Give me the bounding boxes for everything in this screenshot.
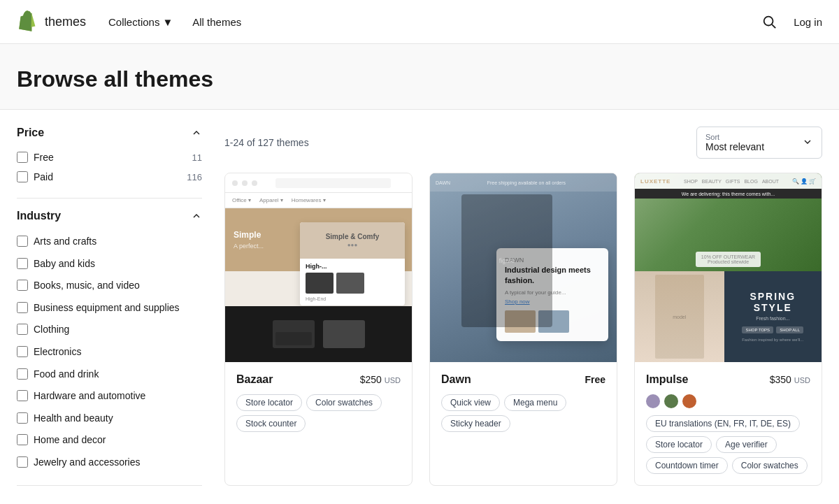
filter-free-label[interactable]: Free: [17, 152, 54, 163]
industry-jewelry-label[interactable]: Jewelry and accessories: [34, 456, 141, 470]
industry-hardware-checkbox[interactable]: [17, 390, 28, 401]
sort-label: Sort: [705, 133, 764, 141]
dawn-tag-sticky-header[interactable]: Sticky header: [441, 415, 510, 432]
shopify-logo-icon: [17, 10, 39, 33]
industry-filter-section: Industry Arts and crafts Baby and kids B…: [17, 210, 202, 486]
bazaar-price: $250 USD: [360, 374, 401, 385]
impulse-preview: LUXETTE SHOPBEAUTYGIFTSBLOGABOUT 🔍 👤 🛒 W…: [635, 173, 822, 362]
impulse-tags: EU translations (EN, FR, IT, DE, ES) Sto…: [646, 415, 810, 474]
industry-electronics-checkbox[interactable]: [17, 346, 28, 357]
dawn-tags: Quick view Mega menu Sticky header: [441, 394, 605, 432]
industry-hardware-label[interactable]: Hardware and automotive: [34, 389, 145, 403]
dawn-title: Dawn: [441, 373, 471, 386]
industry-baby-label[interactable]: Baby and kids: [34, 257, 95, 271]
filter-paid-checkbox[interactable]: [17, 171, 28, 182]
bazaar-tag-store-locator[interactable]: Store locator: [236, 394, 302, 411]
collections-link[interactable]: Collections ▼: [108, 16, 173, 28]
price-filter-header[interactable]: Price: [17, 127, 202, 139]
industry-business-row: Business equipment and supplies: [17, 297, 202, 319]
page-title: Browse all themes: [17, 66, 822, 92]
industry-food-checkbox[interactable]: [17, 368, 28, 380]
main-content: Price Free 11 Paid 116: [0, 110, 839, 504]
theme-image-dawn: DAWN Free shipping available on all orde…: [430, 173, 617, 362]
theme-card-dawn[interactable]: DAWN Free shipping available on all orde…: [429, 173, 617, 486]
svg-line-1: [772, 24, 775, 28]
theme-image-impulse: LUXETTE SHOPBEAUTYGIFTSBLOGABOUT 🔍 👤 🛒 W…: [635, 173, 822, 362]
bazaar-preview: Office ▾ Apparel ▾ Homewares ▾ Simple A …: [225, 173, 412, 362]
industry-food-label[interactable]: Food and drink: [34, 368, 99, 382]
login-button[interactable]: Log in: [794, 16, 822, 28]
theme-image-bazaar: Office ▾ Apparel ▾ Homewares ▾ Simple A …: [225, 173, 412, 362]
chevron-down-icon: ▼: [162, 16, 173, 28]
price-filter-section: Price Free 11 Paid 116: [17, 127, 202, 199]
dawn-preview: DAWN Free shipping available on all orde…: [430, 173, 617, 362]
industry-clothing-row: Clothing: [17, 319, 202, 341]
industry-health-checkbox[interactable]: [17, 412, 28, 424]
theme-card-bazaar[interactable]: Office ▾ Apparel ▾ Homewares ▾ Simple A …: [224, 173, 413, 486]
industry-books-checkbox[interactable]: [17, 280, 28, 291]
industry-arts-label[interactable]: Arts and crafts: [34, 235, 96, 249]
filter-paid-count: 116: [187, 172, 202, 182]
svg-point-0: [764, 17, 773, 26]
industry-books-label[interactable]: Books, music, and video: [34, 279, 140, 293]
filter-paid-label[interactable]: Paid: [17, 171, 53, 182]
bazaar-tag-color-swatches[interactable]: Color swatches: [306, 394, 382, 411]
filter-free-count: 11: [192, 152, 202, 163]
industry-clothing-label[interactable]: Clothing: [34, 323, 69, 337]
impulse-color-dots: [646, 394, 810, 408]
filter-paid-row: Paid 116: [17, 167, 202, 187]
impulse-color-dot-purple[interactable]: [646, 394, 660, 408]
impulse-info: Impulse $350 USD EU translations (EN, FR…: [635, 362, 822, 485]
impulse-tag-color-swatches[interactable]: Color swatches: [732, 457, 808, 474]
dawn-price: Free: [585, 374, 605, 385]
dawn-tag-quick-view[interactable]: Quick view: [441, 394, 500, 411]
chevron-up-icon: [191, 127, 202, 138]
bazaar-tags: Store locator Color swatches Stock count…: [236, 394, 401, 432]
industry-home-row: Home and decor: [17, 429, 202, 452]
industry-food-row: Food and drink: [17, 363, 202, 386]
industry-electronics-row: Electronics: [17, 341, 202, 363]
industry-business-checkbox[interactable]: [17, 302, 28, 313]
industry-arts-checkbox[interactable]: [17, 236, 28, 247]
dawn-tag-mega-menu[interactable]: Mega menu: [504, 394, 566, 411]
industry-health-label[interactable]: Health and beauty: [34, 412, 113, 426]
filter-free-checkbox[interactable]: [17, 152, 28, 163]
industry-baby-checkbox[interactable]: [17, 258, 28, 269]
content-header: 1-24 of 127 themes Sort Most relevant: [224, 127, 822, 159]
industry-jewelry-row: Jewelry and accessories: [17, 452, 202, 474]
bazaar-tag-stock-counter[interactable]: Stock counter: [236, 415, 306, 432]
sidebar: Price Free 11 Paid 116: [17, 127, 202, 497]
impulse-tag-store-locator[interactable]: Store locator: [646, 436, 712, 453]
industry-health-row: Health and beauty: [17, 408, 202, 430]
filter-free-row: Free 11: [17, 147, 202, 167]
nav-right: Log in: [759, 11, 822, 32]
search-button[interactable]: [759, 11, 780, 32]
theme-grid: Office ▾ Apparel ▾ Homewares ▾ Simple A …: [224, 173, 822, 486]
impulse-title: Impulse: [646, 373, 688, 386]
industry-business-label[interactable]: Business equipment and supplies: [34, 301, 180, 315]
nav-links: Collections ▼ All themes: [108, 16, 241, 28]
industry-filter-header[interactable]: Industry: [17, 210, 202, 222]
impulse-tag-age-verifier[interactable]: Age verifier: [716, 436, 777, 453]
chevron-up-icon-industry: [191, 210, 202, 222]
impulse-tag-eu[interactable]: EU translations (EN, FR, IT, DE, ES): [646, 415, 800, 432]
price-filter-label: Price: [17, 127, 44, 139]
impulse-color-dot-green[interactable]: [664, 394, 678, 408]
impulse-price: $350 USD: [770, 374, 810, 385]
industry-home-checkbox[interactable]: [17, 434, 28, 445]
impulse-color-dot-orange[interactable]: [682, 394, 696, 408]
all-themes-link[interactable]: All themes: [192, 16, 241, 28]
impulse-tag-countdown[interactable]: Countdown timer: [646, 457, 728, 474]
theme-card-impulse[interactable]: LUXETTE SHOPBEAUTYGIFTSBLOGABOUT 🔍 👤 🛒 W…: [634, 173, 822, 486]
industry-clothing-checkbox[interactable]: [17, 324, 28, 335]
industry-jewelry-checkbox[interactable]: [17, 456, 28, 468]
sort-dropdown[interactable]: Sort Most relevant: [696, 127, 822, 159]
logo[interactable]: themes: [17, 10, 86, 33]
industry-arts-row: Arts and crafts: [17, 231, 202, 253]
industry-home-label[interactable]: Home and decor: [34, 433, 106, 447]
industry-hardware-row: Hardware and automotive: [17, 385, 202, 408]
industry-baby-row: Baby and kids: [17, 253, 202, 275]
dawn-info: Dawn Free Quick view Mega menu Sticky he…: [430, 362, 617, 443]
industry-electronics-label[interactable]: Electronics: [34, 345, 81, 359]
search-icon: [761, 14, 777, 29]
